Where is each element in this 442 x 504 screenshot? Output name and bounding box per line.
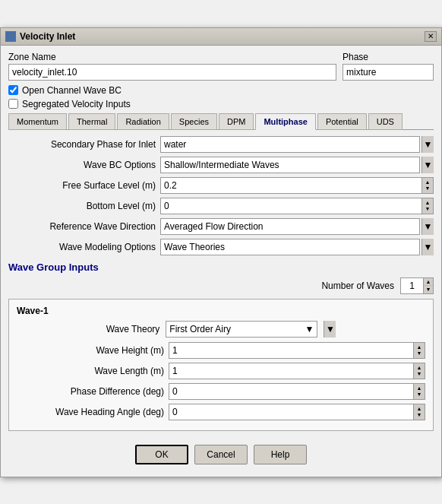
wave-bc-arrow[interactable]: ▼	[421, 157, 434, 173]
zone-name-label: Zone Name	[8, 52, 336, 62]
phase-group: Phase	[343, 52, 434, 81]
wave-heading-label: Wave Heading Angle (deg)	[17, 407, 169, 417]
wave-modeling-dropdown[interactable]: Wave Theories	[160, 239, 420, 255]
wave-heading-input[interactable]	[169, 404, 413, 420]
wave-height-row: Wave Height (m) ▲ ▼	[17, 342, 425, 359]
ref-wave-label: Reference Wave Direction	[8, 221, 160, 232]
wave-theory-dropdown-arrow[interactable]: ▼	[324, 321, 336, 338]
num-waves-input[interactable]	[400, 277, 423, 294]
secondary-phase-control: water ▼	[160, 136, 434, 153]
wave-height-label: Wave Height (m)	[17, 345, 169, 356]
segregated-row: Segregated Velocity Inputs	[8, 99, 434, 109]
wave-bc-control: Shallow/Intermediate Waves ▼	[160, 157, 434, 173]
segregated-checkbox[interactable]	[8, 99, 18, 109]
wave-bc-value: Shallow/Intermediate Waves	[164, 160, 279, 170]
tab-thermal[interactable]: Thermal	[68, 113, 115, 130]
ref-wave-dropdown[interactable]: Averaged Flow Direction	[160, 218, 420, 235]
dialog-body: Zone Name Phase Open Channel Wave BC Seg…	[1, 46, 441, 477]
wave-modeling-control: Wave Theories ▼	[160, 239, 434, 255]
tab-multiphase[interactable]: Multiphase	[255, 113, 315, 130]
wave-length-input-group: ▲ ▼	[169, 363, 425, 379]
wave-theory-label: Wave Theory	[106, 324, 160, 334]
button-row: OK Cancel Help	[8, 437, 434, 471]
wave-length-row: Wave Length (m) ▲ ▼	[17, 363, 425, 379]
wave-length-label: Wave Length (m)	[17, 366, 169, 376]
bottom-level-control: ▲ ▼	[160, 198, 434, 214]
app-icon	[5, 31, 16, 42]
title-bar: Velocity Inlet ✕	[1, 28, 441, 46]
form-section: Secondary Phase for Inlet water ▼ Wave B…	[8, 136, 434, 255]
velocity-inlet-dialog: Velocity Inlet ✕ Zone Name Phase Open Ch…	[0, 27, 442, 477]
free-surface-control: ▲ ▼	[160, 177, 434, 194]
bottom-level-label: Bottom Level (m)	[8, 201, 160, 211]
segregated-label: Segregated Velocity Inputs	[22, 99, 131, 109]
window-title: Velocity Inlet	[20, 31, 75, 42]
ref-wave-arrow[interactable]: ▼	[421, 218, 434, 235]
free-surface-input[interactable]	[160, 177, 421, 194]
tab-radiation[interactable]: Radiation	[117, 113, 169, 130]
wave-length-side-arrow[interactable]: ▲ ▼	[413, 363, 425, 379]
help-button[interactable]: Help	[254, 445, 307, 464]
wave-bc-dropdown[interactable]: Shallow/Intermediate Waves	[160, 157, 420, 173]
ref-wave-control: Averaged Flow Direction ▼	[160, 218, 434, 235]
wave-modeling-value: Wave Theories	[164, 242, 225, 252]
bottom-level-input[interactable]	[160, 198, 421, 214]
phase-diff-side-arrow[interactable]: ▲ ▼	[413, 383, 425, 400]
num-waves-down[interactable]: ▼	[424, 286, 433, 293]
phase-diff-control: ▲ ▼	[169, 383, 425, 400]
open-channel-checkbox[interactable]	[8, 85, 18, 95]
tab-potential[interactable]: Potential	[317, 113, 367, 130]
ref-wave-row: Reference Wave Direction Averaged Flow D…	[8, 218, 434, 235]
wave-heading-row: Wave Heading Angle (deg) ▲ ▼	[17, 404, 425, 420]
bottom-level-input-group: ▲ ▼	[160, 198, 434, 214]
cancel-button[interactable]: Cancel	[194, 445, 248, 464]
secondary-phase-row: Secondary Phase for Inlet water ▼	[8, 136, 434, 153]
wave-heading-input-group: ▲ ▼	[169, 404, 425, 420]
phase-label: Phase	[343, 52, 434, 62]
wave-modeling-arrow[interactable]: ▼	[421, 239, 434, 255]
wave-height-side-arrow[interactable]: ▲ ▼	[413, 342, 425, 359]
ref-wave-value: Averaged Flow Direction	[164, 221, 264, 232]
phase-diff-label: Phase Difference (deg)	[17, 386, 169, 397]
free-surface-side-arrow[interactable]: ▲ ▼	[421, 177, 434, 194]
phase-input[interactable]	[343, 64, 434, 81]
free-surface-label: Free Surface Level (m)	[8, 180, 160, 191]
close-button[interactable]: ✕	[425, 31, 437, 42]
wave-length-control: ▲ ▼	[169, 363, 425, 379]
wave-1-title: Wave-1	[17, 306, 425, 316]
title-bar-left: Velocity Inlet	[5, 31, 75, 42]
secondary-phase-dropdown[interactable]: water	[160, 136, 420, 153]
wave-length-input[interactable]	[169, 363, 413, 379]
secondary-phase-arrow[interactable]: ▼	[421, 136, 434, 153]
tab-momentum[interactable]: Momentum	[8, 113, 67, 130]
bottom-level-side-arrow[interactable]: ▲ ▼	[421, 198, 434, 214]
zone-phase-row: Zone Name Phase	[8, 52, 434, 81]
zone-name-group: Zone Name	[8, 52, 336, 81]
tab-species[interactable]: Species	[171, 113, 217, 130]
tab-dpm[interactable]: DPM	[219, 113, 254, 130]
open-channel-row: Open Channel Wave BC	[8, 85, 434, 96]
open-channel-label: Open Channel Wave BC	[22, 85, 122, 96]
ok-button[interactable]: OK	[135, 445, 188, 464]
wave-modeling-row: Wave Modeling Options Wave Theories ▼	[8, 239, 434, 255]
wave-theory-row: Wave Theory First Order Airy ▼ ▼	[17, 321, 425, 338]
phase-diff-input-group: ▲ ▼	[169, 383, 425, 400]
num-waves-arrows: ▲ ▼	[423, 277, 434, 294]
wave-height-input[interactable]	[169, 342, 413, 359]
tab-uds[interactable]: UDS	[368, 113, 403, 130]
bottom-level-row: Bottom Level (m) ▲ ▼	[8, 198, 434, 214]
wave-theory-value: First Order Airy	[169, 324, 231, 334]
zone-name-input[interactable]	[8, 64, 336, 81]
wave-bc-row: Wave BC Options Shallow/Intermediate Wav…	[8, 157, 434, 173]
secondary-phase-label: Secondary Phase for Inlet	[8, 139, 160, 150]
tabs-row: Momentum Thermal Radiation Species DPM M…	[8, 113, 434, 130]
wave-theory-arrow-icon: ▼	[305, 324, 314, 334]
num-waves-up[interactable]: ▲	[424, 278, 433, 287]
num-waves-spinbox[interactable]: ▲ ▼	[400, 277, 434, 294]
phase-diff-input[interactable]	[169, 383, 413, 400]
secondary-phase-value: water	[164, 139, 186, 150]
free-surface-row: Free Surface Level (m) ▲ ▼	[8, 177, 434, 194]
wave-theory-dropdown[interactable]: First Order Airy ▼	[166, 321, 317, 338]
wave-heading-control: ▲ ▼	[169, 404, 425, 420]
wave-heading-side-arrow[interactable]: ▲ ▼	[413, 404, 425, 420]
